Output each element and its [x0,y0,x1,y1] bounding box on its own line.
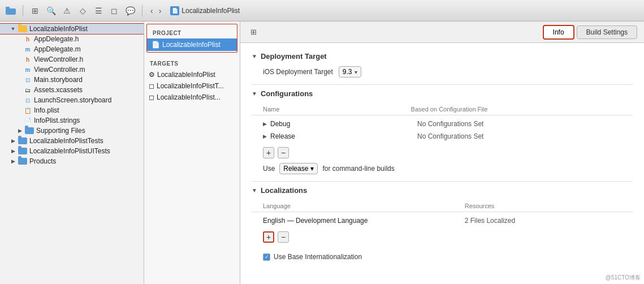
m-file-icon: m [24,45,32,53]
remove-config-button[interactable]: − [278,147,289,158]
add-localization-button[interactable]: + [263,231,274,243]
project-item-label: LocalizableInfoPlist [162,41,221,49]
search-icon[interactable]: 🔍 [45,5,57,17]
config-row-debug[interactable]: ▶ Debug No Configurations Set [252,118,633,130]
toolbar-separator-2 [142,5,142,16]
tag-icon[interactable]: ◻ [108,5,120,17]
project-section: PROJECT 📄 LocalizableInfoPlist [146,24,237,53]
grid-icon[interactable]: ⊞ [29,5,41,17]
sidebar-root-label: LocalizableInfoPlist [29,25,88,33]
configurations-title-text: Configurations [261,89,313,98]
divider-2 [252,181,633,182]
localizations-section-title: ▼ Localizations [252,186,633,195]
comment-icon[interactable]: 💬 [124,5,136,17]
config-col-based: Based on Configuration File [411,106,633,113]
breadcrumb: 📄 LocalizableInfoPlist [170,6,240,15]
tree-arrow [9,147,17,155]
sidebar-label: ViewController.m [34,66,85,74]
sidebar-item-viewcontrollerm[interactable]: m ViewController.m [0,64,144,75]
h-file-icon: h [24,35,32,43]
storyboard-icon: ⊡ [24,76,32,84]
svg-rect-1 [6,7,10,9]
target-label: LocalizableInfoPlistT... [157,82,224,90]
loc-row-english[interactable]: English — Development Language 2 Files L… [252,214,633,227]
sidebar-label: InfoPlist.strings [34,117,80,124]
middle-panel: PROJECT 📄 LocalizableInfoPlist TARGETS ⚙… [144,21,240,284]
folder-blue-icon [18,148,27,154]
folder-blue-icon [25,127,34,134]
toolbar: ⊞ 🔍 ⚠ ◇ ☰ ◻ 💬 ‹ › 📄 LocalizableInfoPlist [0,0,644,21]
section-arrow-loc: ▼ [252,187,257,193]
config-based-debug: No Configurations Set [417,120,633,128]
target-file-icon: ◻ [149,93,154,101]
target-file-icon: ◻ [149,82,154,90]
base-int-label: Use Base Internationalization [274,253,362,261]
ios-deployment-row: iOS Deployment Target 9.3 ▾ [252,66,633,78]
sidebar-label: Info.plist [34,106,59,114]
sidebar-item-infopliststrings[interactable]: 📄 InfoPlist.strings [0,115,144,126]
ios-version-select[interactable]: 9.3 ▾ [339,66,361,78]
sidebar-item-mainstoryboard[interactable]: ⊡ Main.storyboard [0,75,144,85]
ios-version-value: 9.3 [343,68,352,76]
sidebar-item-viewcontrollerh[interactable]: h ViewController.h [0,54,144,64]
nav-buttons[interactable]: ‹ › [148,5,163,16]
sidebar-label: LaunchScreen.storyboard [34,96,111,104]
use-select[interactable]: Release ▾ [279,163,318,174]
list-icon[interactable]: ☰ [92,5,105,17]
watermark: @51CTO博客 [606,274,641,282]
sidebar-label: AppDelegate.m [34,45,81,53]
remove-localization-button[interactable]: − [278,231,289,243]
config-table-header: Name Based on Configuration File [252,104,633,115]
tab-build-settings[interactable]: Build Settings [577,25,637,39]
project-item-main[interactable]: 📄 LocalizableInfoPlist [147,38,237,51]
tree-arrow [16,127,24,135]
ios-deployment-label: iOS Deployment Target [263,68,333,76]
sidebar: LocalizableInfoPlist h AppDelegate.h m A… [0,21,144,284]
loc-table-header: Language Resources [252,200,633,212]
right-panel: ⊞ Info Build Settings ▼ Deployment Targe… [240,21,644,284]
config-arrow-release: ▶ [263,134,267,139]
loc-col-resources: Resources [465,203,633,209]
sidebar-item-appdelegatem[interactable]: m AppDelegate.m [0,44,144,54]
target-item-main[interactable]: ⚙ LocalizableInfoPlist [144,69,240,80]
config-name-debug: Debug [270,120,414,128]
base-internationalization-row: ✓ Use Base Internationalization [252,249,633,264]
bookmark-icon[interactable]: ◇ [76,5,89,17]
config-row-release[interactable]: ▶ Release No Configurations Set [252,130,633,143]
nav-back-button[interactable]: ‹ [148,5,155,16]
folder-icon[interactable] [5,5,17,17]
sidebar-item-appdelegateh[interactable]: h AppDelegate.h [0,34,144,44]
storyboard-icon: ⊡ [24,96,32,104]
nav-forward-button[interactable]: › [157,5,164,16]
tab-info[interactable]: Info [543,25,574,40]
target-item-uitests[interactable]: ◻ LocalizableInfoPlist... [144,92,240,103]
layout-icon: ⊞ [247,26,260,38]
localizations-title-text: Localizations [261,186,307,195]
tree-arrow [9,157,17,165]
sidebar-label: Supporting Files [36,127,85,135]
deployment-section-title: ▼ Deployment Target [252,52,633,61]
warning-icon[interactable]: ⚠ [60,5,73,17]
sidebar-item-supportingfiles[interactable]: Supporting Files [0,126,144,136]
loc-action-row: + − [252,227,633,247]
sidebar-item-assets[interactable]: 🗂 Assets.xcassets [0,85,144,95]
sidebar-item-launchscreen[interactable]: ⊡ LaunchScreen.storyboard [0,95,144,105]
chevron-down-icon: ▾ [310,165,314,173]
sidebar-item-root[interactable]: LocalizableInfoPlist [0,24,144,34]
config-based-release: No Configurations Set [417,132,633,140]
sidebar-label: Main.storyboard [34,76,83,84]
target-item-tests[interactable]: ◻ LocalizableInfoPlistT... [144,80,240,92]
folder-yellow-icon [18,25,27,32]
folder-blue-icon [18,137,27,144]
config-action-row: + − [252,143,633,163]
sidebar-item-uitests[interactable]: LocalizableInfoPlistUITests [0,146,144,156]
svg-rect-0 [6,8,16,15]
sidebar-item-infoplist[interactable]: 📋 Info.plist [0,105,144,115]
sidebar-item-tests[interactable]: LocalizableInfoPlistTests [0,136,144,146]
sidebar-item-products[interactable]: Products [0,156,144,166]
m-file-icon: m [24,66,32,74]
loc-resources-english: 2 Files Localized [465,217,633,225]
base-int-checkbox[interactable]: ✓ [263,253,270,261]
folder-blue-icon [18,158,27,165]
add-config-button[interactable]: + [263,147,274,158]
